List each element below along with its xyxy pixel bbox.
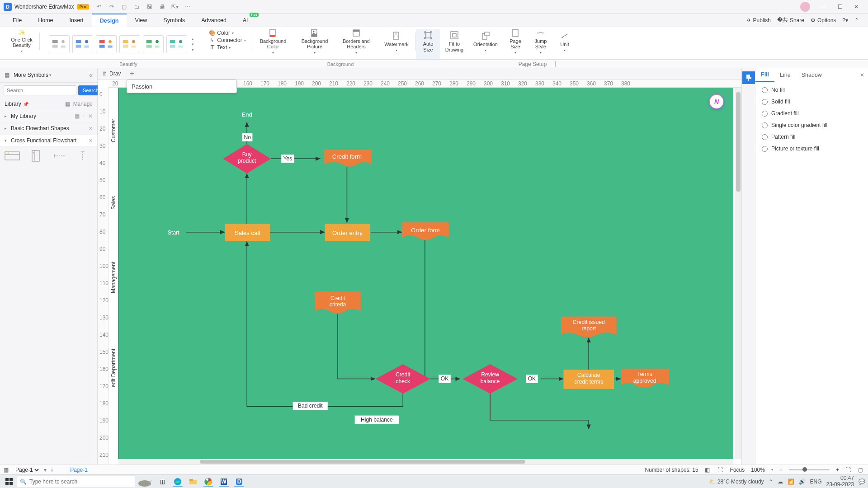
menu-view[interactable]: View bbox=[127, 14, 155, 27]
separator-vertical-shape[interactable] bbox=[75, 150, 90, 161]
new-button[interactable]: ▢ bbox=[121, 3, 128, 10]
theme-color-button[interactable]: 🎨Color bbox=[209, 30, 245, 36]
unit-button[interactable]: Unit bbox=[556, 29, 573, 54]
share-button[interactable]: �共 Share bbox=[777, 16, 804, 24]
collapse-sidebar-button[interactable]: « bbox=[89, 71, 93, 79]
taskbar-word[interactable]: W bbox=[217, 476, 231, 487]
taskbar-explorer[interactable] bbox=[186, 476, 200, 487]
my-library-close-icon[interactable]: ✕ bbox=[88, 113, 93, 119]
theme-preset-5[interactable] bbox=[143, 35, 164, 53]
fill-option-5[interactable]: Picture or texture fill bbox=[762, 145, 862, 152]
fill-option-4[interactable]: Pattern fill bbox=[762, 134, 862, 140]
zoom-in-button[interactable]: + bbox=[836, 467, 839, 473]
menu-home[interactable]: Home bbox=[30, 14, 61, 27]
taskbar-edge[interactable] bbox=[171, 476, 184, 487]
theme-scroll-up[interactable]: ▴ bbox=[192, 37, 194, 41]
auto-size-button[interactable]: Auto Size bbox=[420, 29, 437, 54]
format-painter-side-icon[interactable] bbox=[742, 71, 755, 84]
publish-button[interactable]: ✈ Publish bbox=[747, 17, 771, 23]
maximize-button[interactable]: ☐ bbox=[832, 1, 848, 13]
orientation-button[interactable]: Orientation bbox=[470, 29, 501, 54]
theme-preset-2[interactable] bbox=[72, 35, 93, 53]
taskbar-chrome[interactable] bbox=[202, 476, 215, 487]
tray-notifications-icon[interactable]: 💬 bbox=[859, 479, 865, 485]
tray-clock[interactable]: 00:47 23-09-2023 bbox=[826, 475, 854, 487]
menu-ai[interactable]: AIhot bbox=[235, 14, 256, 27]
page-selector-caret[interactable]: ▾ bbox=[44, 467, 47, 473]
canvas-scrollbar-vertical[interactable] bbox=[735, 88, 741, 459]
fit-to-drawing-button[interactable]: Fit to Drawing bbox=[442, 29, 467, 54]
open-button[interactable]: 🗀 bbox=[133, 3, 141, 10]
theme-scroll-down[interactable]: ▾ bbox=[192, 42, 194, 47]
menu-insert[interactable]: Insert bbox=[61, 14, 92, 27]
minimize-button[interactable]: ─ bbox=[816, 1, 832, 13]
tray-language[interactable]: ENG bbox=[810, 479, 822, 485]
menu-file[interactable]: File bbox=[5, 14, 30, 27]
jump-style-button[interactable]: Jump Style bbox=[531, 29, 551, 54]
fill-tab[interactable]: Fill bbox=[755, 68, 774, 82]
close-format-panel[interactable]: ✕ bbox=[856, 72, 868, 78]
zoom-value[interactable]: 100% bbox=[751, 467, 765, 473]
taskbar-edrawmax[interactable]: D bbox=[232, 476, 246, 487]
basic-flowchart-close[interactable]: ✕ bbox=[89, 126, 93, 131]
fullscreen-icon[interactable]: ▢ bbox=[858, 467, 864, 473]
canvas-scrollbar-horizontal[interactable] bbox=[118, 459, 733, 465]
manage-library-icon[interactable]: ▦ bbox=[65, 101, 71, 106]
page-selector[interactable]: Page-1 bbox=[14, 466, 40, 474]
fit-page-icon[interactable]: ⛶ bbox=[845, 467, 852, 473]
menu-design[interactable]: Design bbox=[92, 14, 127, 27]
my-library-add-icon[interactable]: + bbox=[82, 113, 85, 119]
symbol-search-input[interactable] bbox=[4, 85, 76, 95]
save-button[interactable]: 🖫 bbox=[146, 3, 153, 10]
watermark-button[interactable]: A Watermark bbox=[381, 29, 412, 54]
fill-option-3[interactable]: Single color gradient fill bbox=[762, 122, 862, 128]
undo-button[interactable]: ↶ bbox=[95, 3, 103, 10]
theme-preset-3[interactable] bbox=[96, 35, 117, 53]
page-tab-active[interactable]: Page-1 bbox=[70, 467, 88, 473]
theme-connector-button[interactable]: ↳Connector bbox=[209, 37, 245, 43]
weather-widget[interactable]: ⛅ 28°C Mostly cloudy bbox=[709, 479, 764, 485]
page-setup-launcher[interactable] bbox=[549, 61, 556, 67]
layers-icon[interactable]: ◧ bbox=[705, 467, 711, 473]
fill-option-1[interactable]: Solid fill bbox=[762, 99, 862, 105]
shadow-tab[interactable]: Shadow bbox=[796, 68, 827, 82]
collapse-ribbon-button[interactable]: ⌃ bbox=[854, 17, 859, 23]
background-color-button[interactable]: Background Color bbox=[256, 29, 290, 54]
one-click-beautify-button[interactable]: ✨ One Click Beautify ▾ bbox=[7, 29, 36, 54]
borders-headers-button[interactable]: Borders and Headers bbox=[339, 29, 373, 54]
more-symbols-label[interactable]: More Symbols bbox=[14, 72, 48, 78]
page-layout-icon[interactable]: ▥ bbox=[4, 467, 10, 473]
close-button[interactable]: ✕ bbox=[848, 1, 864, 13]
tray-volume-icon[interactable]: 🔊 bbox=[799, 479, 806, 485]
taskbar-search[interactable]: 🔍Type here to search bbox=[17, 476, 135, 487]
font-preview-popup[interactable]: Passion bbox=[127, 80, 237, 93]
background-picture-button[interactable]: Background Picture bbox=[298, 29, 332, 54]
zoom-out-button[interactable]: − bbox=[779, 467, 783, 473]
print-button[interactable]: 🖶 bbox=[159, 3, 166, 10]
swimlane-horizontal-shape[interactable] bbox=[5, 150, 20, 161]
qat-menu[interactable]: ⋯ bbox=[184, 3, 191, 10]
theme-preset-6[interactable] bbox=[166, 35, 187, 53]
theme-preset-4[interactable] bbox=[119, 35, 140, 53]
user-avatar[interactable] bbox=[800, 2, 810, 12]
theme-preset-1[interactable] bbox=[49, 35, 70, 53]
cross-functional-section[interactable]: ▾ Cross Functional Flowchart ✕ bbox=[0, 135, 97, 147]
my-library-grid-icon[interactable]: ▦ bbox=[75, 113, 80, 119]
theme-gallery-expand[interactable]: ▾ bbox=[192, 47, 194, 52]
my-library-section[interactable]: ▸ My Library ▦ + ✕ bbox=[0, 110, 97, 122]
export-button[interactable]: ⇱▾ bbox=[171, 3, 179, 10]
diagram-canvas[interactable]: N bbox=[118, 88, 733, 459]
line-tab[interactable]: Line bbox=[774, 68, 796, 82]
document-tab[interactable]: 🗎Drav bbox=[98, 68, 125, 79]
fill-option-0[interactable]: No fill bbox=[762, 87, 862, 93]
separator-horizontal-shape[interactable] bbox=[52, 150, 67, 161]
tray-expand[interactable]: ⌃ bbox=[769, 479, 773, 485]
tray-onedrive-icon[interactable]: ☁ bbox=[778, 479, 783, 485]
page-size-button[interactable]: Page Size bbox=[506, 29, 525, 54]
redo-button[interactable]: ↷ bbox=[108, 3, 115, 10]
theme-text-button[interactable]: TText bbox=[209, 44, 245, 51]
fill-option-2[interactable]: Gradient fill bbox=[762, 110, 862, 117]
presentation-icon[interactable]: ⛶ bbox=[717, 467, 724, 473]
tray-wifi-icon[interactable]: 📶 bbox=[788, 479, 794, 485]
start-button[interactable] bbox=[3, 476, 15, 487]
